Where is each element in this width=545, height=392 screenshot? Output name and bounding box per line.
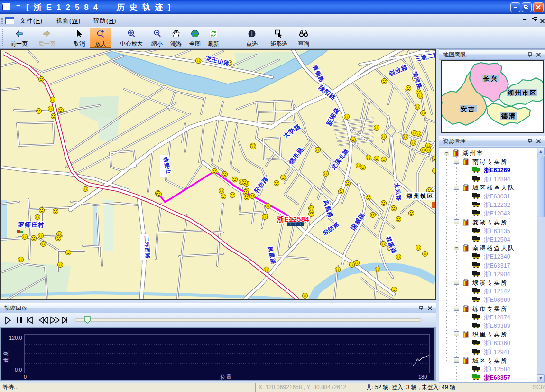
svg-text:0.0: 0.0 [15,367,22,373]
svg-text:长兴: 长兴 [483,75,499,82]
svg-text:浙E12584: 浙E12584 [277,215,309,223]
svg-text:罗师庄村: 罗师庄村 [18,221,45,228]
svg-text:0: 0 [24,374,27,380]
svg-text:位置: 位置 [220,374,232,380]
svg-text:速度: 速度 [3,350,9,363]
svg-text:湖州市区: 湖州市区 [507,89,537,96]
svg-text:180: 180 [418,374,427,380]
svg-text:湖州镇区: 湖州镇区 [406,193,434,199]
svg-text:安吉: 安吉 [461,105,476,112]
svg-text:120.0: 120.0 [9,335,22,341]
svg-text:德清: 德清 [501,112,517,120]
